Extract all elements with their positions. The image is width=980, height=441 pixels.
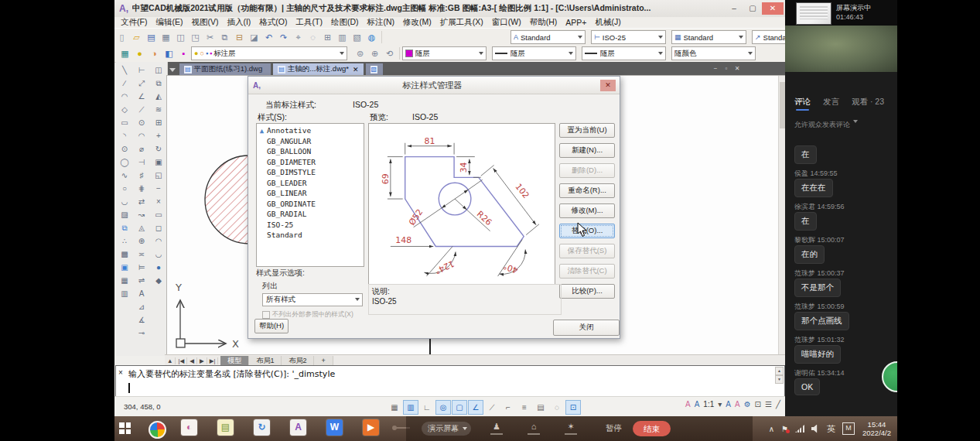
circle-tool-icon[interactable]: ⊙	[118, 142, 131, 156]
linear-dim-icon[interactable]: ⊢	[135, 63, 149, 77]
list-filter-combo[interactable]: 所有样式	[262, 293, 363, 306]
compare-style-button[interactable]: 比较(P)...	[559, 284, 615, 299]
menu-item[interactable]: 编辑(E)	[155, 17, 183, 28]
network-signal-icon[interactable]	[795, 425, 804, 432]
color-combo[interactable]: 随层	[402, 46, 487, 60]
undo-icon[interactable]: ↶	[261, 31, 276, 44]
menu-item[interactable]: 窗口(W)	[492, 17, 521, 28]
aligned-dim-icon[interactable]: ⤢	[135, 77, 149, 90]
chevron-down-icon[interactable]: ▾	[718, 400, 722, 409]
save-icon[interactable]: ▤	[144, 31, 159, 44]
prev-tab-icon[interactable]: ◀	[187, 357, 197, 364]
style-list-item[interactable]: GB_ANGULAR	[257, 136, 364, 147]
new-file-icon[interactable]: ▯	[114, 31, 129, 44]
new-style-button[interactable]: 新建(N)...	[559, 143, 615, 158]
publish-icon[interactable]: ◳	[188, 31, 203, 44]
minimize-button[interactable]: –	[725, 2, 743, 15]
command-line-window[interactable]: × 输入要替代的标注变量名或 [清除替代(C)]: '_dimstyle ▲▼	[115, 365, 785, 398]
tolerance-icon[interactable]: ◬	[135, 221, 149, 234]
plotstyle-combo[interactable]: 随颜色	[671, 46, 756, 60]
delete-style-button[interactable]: 删除(D)...	[559, 163, 615, 178]
style-list-item[interactable]: ▲Annotative	[257, 125, 364, 136]
menu-item[interactable]: 格式(O)	[259, 17, 287, 28]
settings-gear-icon[interactable]: ⚙	[744, 400, 751, 409]
copy-icon[interactable]: ⧉	[217, 31, 232, 44]
cut-icon[interactable]: ✂	[203, 31, 217, 44]
datum-icon[interactable]: ⊕	[135, 234, 149, 248]
block-tool-icon[interactable]: ⧉	[118, 221, 131, 234]
angular-dim-icon[interactable]: ∠	[135, 90, 149, 103]
layer-color-icon[interactable]: ▪	[176, 47, 191, 60]
rectangle-tool-icon[interactable]: ▭	[118, 116, 131, 129]
properties-panel-icon[interactable]: ▤	[533, 400, 548, 415]
menu-item[interactable]: 插入(I)	[227, 17, 251, 28]
diameter-dim-icon[interactable]: ⊙	[135, 116, 149, 129]
menu-item[interactable]: 帮助(H)	[530, 17, 558, 28]
layer-manager-icon[interactable]: ▦	[118, 47, 132, 60]
erase-tool-icon[interactable]: ◫	[152, 63, 166, 77]
members-icon[interactable]: ♟	[485, 422, 508, 435]
clear-override-button[interactable]: 清除替代(C)	[559, 264, 615, 279]
paste-icon[interactable]: ⊟	[232, 31, 247, 44]
notes-app-icon[interactable]: ▤	[217, 419, 234, 436]
style-list-item[interactable]: Standard	[257, 230, 364, 241]
close-tab-icon[interactable]: ✕	[353, 66, 359, 74]
style-list-item[interactable]: GB_LEADER	[257, 178, 364, 189]
leader-icon[interactable]: ↝	[135, 208, 149, 221]
scale-tool-icon[interactable]: ▣	[152, 156, 166, 169]
next-tab-icon[interactable]: ▶	[197, 357, 207, 364]
end-button[interactable]: 结束	[633, 421, 671, 436]
polar-tracking-icon[interactable]: ∠	[468, 400, 483, 415]
layout-tab[interactable]: 模型	[220, 356, 249, 366]
baseline-dim-icon[interactable]: ⋕	[135, 182, 149, 195]
point-tool-icon[interactable]: ∴	[118, 234, 131, 248]
dim-break-icon[interactable]: ⊨	[135, 261, 149, 274]
style-list-item[interactable]: GB_DIMSTYLE	[257, 167, 364, 178]
present-screen-button[interactable]: 演示屏幕	[422, 422, 471, 436]
mdi-close-icon[interactable]: ✕	[732, 63, 743, 74]
status-menu-icon[interactable]: ☰	[765, 400, 772, 409]
dynamic-input-icon[interactable]: ⊡	[565, 400, 581, 415]
document-tab[interactable]: ▤平面图纸(练习1).dwg	[179, 63, 271, 75]
fillet-tool-icon[interactable]: ◡	[152, 248, 166, 261]
style-list-item[interactable]: ISO-25	[257, 220, 364, 231]
dim-space-icon[interactable]: ≍	[135, 248, 149, 261]
osnap-icon[interactable]: ◎	[435, 400, 451, 415]
effects-icon[interactable]: ✶	[559, 422, 582, 435]
revcloud-tool-icon[interactable]: ∿	[118, 169, 131, 182]
grid-display-icon[interactable]: ▦	[387, 400, 402, 415]
arc-tool-icon[interactable]: ◠	[118, 90, 131, 103]
gradient-tool-icon[interactable]: ▩	[118, 248, 131, 261]
zoom-realtime-icon[interactable]: ◌	[306, 31, 320, 44]
style-list-item[interactable]: GB_DIAMETER	[257, 157, 364, 168]
menu-item[interactable]: 视图(V)	[191, 17, 218, 28]
rename-style-button[interactable]: 重命名(R)...	[559, 183, 615, 198]
start-button[interactable]	[119, 422, 131, 434]
table-tool-icon[interactable]: ▦	[118, 274, 131, 287]
stretch-tool-icon[interactable]: ◱	[152, 169, 166, 182]
donut-tool-icon[interactable]: ○	[118, 182, 131, 195]
redo-icon[interactable]: ↷	[276, 31, 291, 44]
menu-item[interactable]: APP+	[565, 18, 586, 27]
allow-comments-dropdown[interactable]: 允许观众发表评论	[794, 120, 858, 130]
style-list-item[interactable]: GB_ORDINATE	[257, 199, 364, 210]
break-tool-icon[interactable]: ▭	[152, 208, 166, 221]
style-list-item[interactable]: GB_LINEAR	[257, 188, 364, 199]
layout-tab[interactable]: +	[314, 356, 333, 366]
tab-list-chevron-icon[interactable]	[169, 68, 176, 75]
linetype-combo[interactable]: 随层	[492, 46, 576, 60]
lineweight-combo[interactable]: 随层	[582, 46, 666, 60]
trim-tool-icon[interactable]: −	[152, 182, 166, 195]
extend-tool-icon[interactable]: ×	[152, 195, 166, 208]
sheet-set-icon[interactable]: ▧	[350, 31, 364, 44]
style-list-item[interactable]: GB_RADIAL	[257, 209, 364, 220]
explode-tool-icon[interactable]: ◆	[152, 274, 166, 287]
text-icon[interactable]: A	[135, 287, 149, 300]
otrack-icon[interactable]: ⟋	[484, 400, 500, 415]
menu-item[interactable]: 标注(N)	[367, 17, 395, 28]
layer-combo[interactable]: ●○▪▪ 标注层	[191, 46, 347, 60]
polyline-tool-icon[interactable]: ∕	[118, 77, 131, 90]
make-current-layer-icon[interactable]: ⊜	[353, 47, 367, 60]
help-icon[interactable]: ◍	[364, 31, 379, 44]
layer-freeze-icon[interactable]: ◑	[147, 47, 162, 60]
